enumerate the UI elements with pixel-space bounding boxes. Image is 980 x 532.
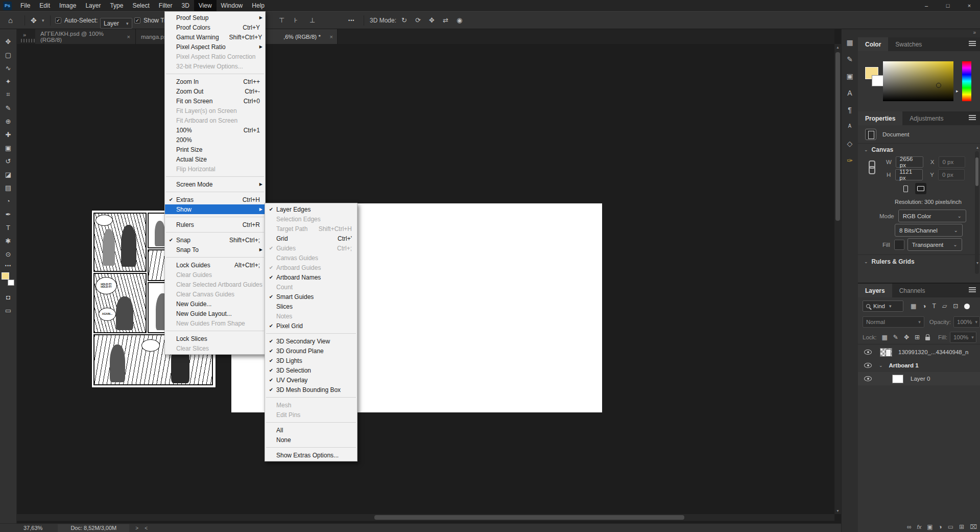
crop-tool-icon[interactable]: ⌗ (2, 88, 14, 101)
kind-filter-select[interactable]: Kind ▾ (863, 300, 903, 312)
menu-item-canvas-guides[interactable]: Canvas Guides (265, 253, 357, 263)
tab-layers[interactable]: Layers (858, 284, 892, 297)
panel-menu-icon[interactable] (969, 287, 976, 292)
menu-item-3d-selection[interactable]: ✔3D Selection (265, 365, 357, 375)
glyphs-panel-icon[interactable]: ᴬ (844, 123, 856, 131)
menubar-item-window[interactable]: Window (217, 0, 248, 11)
quick-selection-tool-icon[interactable]: ✦ (2, 75, 14, 87)
menu-item-actual-size[interactable]: Actual Size (165, 154, 265, 164)
landscape-orientation-button[interactable] (915, 183, 926, 194)
menu-item-flip-horizontal[interactable]: Flip Horizontal (165, 164, 265, 174)
zoom-tool-icon[interactable]: ⊙ (2, 248, 14, 260)
canvas-area[interactable]: HOLD IT! HOLD IT! AGAIN... (17, 44, 834, 514)
background-color-swatch[interactable] (872, 75, 884, 86)
panel-scrollbar[interactable] (975, 151, 979, 274)
visibility-eye-icon[interactable] (864, 376, 872, 381)
auto-select-checkbox[interactable]: ✓ (55, 12, 61, 29)
fill-select[interactable]: Transparent ⌄ (907, 238, 962, 251)
menu-item-new-guide[interactable]: New Guide... (165, 299, 265, 309)
horizontal-scrollbar[interactable] (17, 514, 834, 521)
layer-row-artboard[interactable]: ⌄ Artboard 1 (858, 359, 980, 372)
menu-item-none[interactable]: None (265, 435, 357, 445)
menu-item-new-guides-from-shape[interactable]: New Guides From Shape (165, 318, 265, 328)
3d-roll-icon[interactable]: ⟳ (415, 12, 421, 29)
filter-toggle[interactable] (964, 304, 970, 309)
rulers-grids-section-header[interactable]: ⌄ Rulers & Grids (858, 258, 980, 265)
scroll-down-icon[interactable]: ▼ (834, 509, 841, 513)
menu-item-fit-artboard-on-screen[interactable]: Fit Artboard on Screen (165, 115, 265, 125)
menu-item-print-size[interactable]: Print Size (165, 145, 265, 154)
rectangular-marquee-tool-icon[interactable]: ▢ (2, 49, 14, 61)
fill-field[interactable]: 100% ▾ (950, 332, 976, 343)
menu-item-3d-mesh-bounding-box[interactable]: ✔3D Mesh Bounding Box (265, 385, 357, 395)
menu-item-clear-guides[interactable]: Clear Guides (165, 270, 265, 280)
healing-brush-tool-icon[interactable]: ⊕ (2, 115, 14, 127)
layer-thumbnail[interactable] (892, 375, 903, 383)
menu-item-show-extras-options[interactable]: Show Extras Options... (265, 450, 357, 460)
portrait-orientation-button[interactable] (900, 183, 911, 194)
menubar-item-view[interactable]: View (194, 0, 217, 11)
new-group-icon[interactable]: ▭ (948, 523, 953, 530)
new-layer-icon[interactable]: ⊞ (959, 523, 964, 530)
pen-tool-icon[interactable]: ✒ (2, 208, 14, 220)
tab-channels[interactable]: Channels (892, 284, 933, 297)
tab-color[interactable]: Color (858, 37, 888, 51)
menu-item-3d-lights[interactable]: ✔3D Lights (265, 356, 357, 365)
canvas-section-header[interactable]: ⌄ Canvas (858, 146, 980, 153)
menu-item-selection-edges[interactable]: Selection Edges (265, 214, 357, 224)
align-vertical-centers-icon[interactable]: ⊦ (294, 12, 298, 29)
adjustment-layer-icon[interactable]: ◑ (939, 523, 942, 530)
menu-item-3d-ground-plane[interactable]: ✔3D Ground Plane (265, 346, 357, 356)
y-field[interactable]: 0 px (938, 169, 965, 180)
menu-item-3d-secondary-view[interactable]: ✔3D Secondary View (265, 336, 357, 346)
panel-menu-icon[interactable] (969, 115, 976, 120)
menu-item-notes[interactable]: Notes (265, 311, 357, 321)
filter-type-layers-icon[interactable]: T (933, 303, 936, 310)
align-top-edges-icon[interactable]: ⊤ (279, 12, 284, 29)
clone-source-panel-icon[interactable]: ▣ (844, 72, 856, 80)
menu-item-smart-guides[interactable]: ✔Smart Guides (265, 292, 357, 302)
visibility-eye-icon[interactable] (864, 363, 872, 368)
layer-row-layer0[interactable]: Layer 0 (858, 372, 980, 385)
menu-item-snap-to[interactable]: Snap To▶ (165, 245, 265, 255)
lock-artboard-icon[interactable]: ⊞ (915, 334, 920, 341)
vertical-scrollbar-thumb[interactable] (835, 52, 840, 221)
document-size-indicator[interactable]: Doc: 8,52M/3,00M (58, 524, 129, 532)
chevron-down-icon[interactable]: ▾ (42, 12, 44, 29)
delete-layer-icon[interactable]: ⌧ (970, 523, 977, 530)
menu-item-pixel-grid[interactable]: ✔Pixel Grid (265, 321, 357, 331)
menu-item-mesh[interactable]: Mesh (265, 400, 357, 410)
more-options-button[interactable]: ••• (348, 12, 354, 29)
menubar-item-3d[interactable]: 3D (177, 0, 194, 11)
filter-pixel-layers-icon[interactable]: ▦ (911, 303, 916, 310)
status-popup-chevron[interactable]: > (135, 525, 138, 531)
menu-item-100[interactable]: 100%Ctrl+1 (165, 125, 265, 135)
menu-item-count[interactable]: Count (265, 282, 357, 292)
scroll-up-icon[interactable]: ▴ (976, 145, 978, 150)
menubar-item-image[interactable]: Image (55, 0, 81, 11)
layer-name[interactable]: Artboard 1 (889, 362, 919, 368)
menu-item-pixel-aspect-ratio-correction[interactable]: Pixel Aspect Ratio Correction (165, 52, 265, 61)
menu-item-fit-layer-s-on-screen[interactable]: Fit Layer(s) on Screen (165, 106, 265, 115)
bit-depth-select[interactable]: 8 Bits/Channel ⌄ (895, 224, 963, 237)
menu-item-edit-pins[interactable]: Edit Pins (265, 410, 357, 420)
menu-item-artboard-names[interactable]: ✔Artboard Names (265, 272, 357, 282)
layer-thumbnail[interactable] (880, 348, 892, 357)
blend-mode-select[interactable]: Normal ▾ (863, 316, 924, 328)
menubar-item-edit[interactable]: Edit (35, 0, 55, 11)
brush-tool-icon[interactable]: ✚ (2, 128, 14, 141)
lock-all-icon[interactable] (925, 337, 930, 340)
menu-item-layer-edges[interactable]: ✔Layer Edges (265, 204, 357, 214)
history-brush-tool-icon[interactable]: ↺ (2, 155, 14, 167)
close-icon[interactable]: × (127, 34, 130, 40)
menubar-item-select[interactable]: Select (128, 0, 154, 11)
lock-position-icon[interactable]: ✥ (904, 334, 909, 341)
panel-menu-icon[interactable] (969, 41, 976, 46)
hand-tool-icon[interactable]: ✱ (2, 235, 14, 247)
blur-tool-icon[interactable]: ◔ (2, 195, 14, 207)
menubar-item-filter[interactable]: Filter (154, 0, 177, 11)
lasso-tool-icon[interactable]: ∿ (2, 62, 14, 74)
menu-item-uv-overlay[interactable]: ✔UV Overlay (265, 375, 357, 385)
foreground-color-swatch[interactable] (2, 272, 9, 280)
menu-item-200[interactable]: 200% (165, 135, 265, 145)
